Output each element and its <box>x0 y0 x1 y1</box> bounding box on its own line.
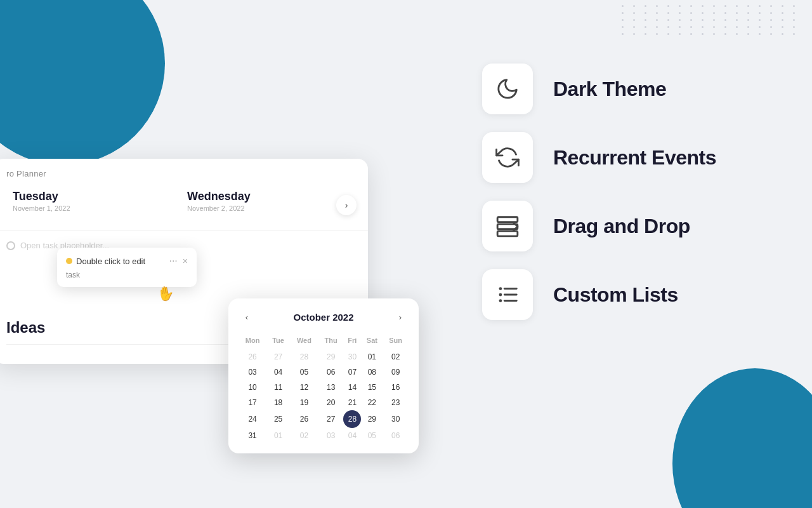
planner-header: ro Planner <box>0 159 368 185</box>
calendar-day[interactable]: 27 <box>318 410 343 428</box>
calendar-day[interactable]: 25 <box>266 410 290 428</box>
calendar-day[interactable]: 08 <box>361 364 383 380</box>
calendar-day[interactable]: 16 <box>383 380 409 395</box>
svg-point-4 <box>499 287 502 290</box>
planner-day-tuesday: Tuesday November 1, 2022 <box>6 185 181 217</box>
calendar-day[interactable]: 06 <box>383 428 409 443</box>
features-list: Dark Theme Recurrent Events <box>482 64 774 320</box>
list-icon <box>495 283 520 307</box>
calendar-day[interactable]: 19 <box>290 395 318 410</box>
cal-weekday-thu: Thu <box>318 334 343 349</box>
calendar-day[interactable]: 04 <box>266 364 290 380</box>
calendar-day[interactable]: 03 <box>239 364 266 380</box>
calendar-day[interactable]: 13 <box>318 380 343 395</box>
calendar-day[interactable]: 09 <box>383 364 409 380</box>
yellow-dot-icon <box>66 258 72 264</box>
stack-icon <box>495 214 520 238</box>
tuesday-date: November 1, 2022 <box>13 204 174 212</box>
dark-theme-label: Dark Theme <box>553 77 666 101</box>
calendar-day[interactable]: 14 <box>343 380 361 395</box>
cal-weekday-wed: Wed <box>290 334 318 349</box>
calendar-day[interactable]: 29 <box>361 410 383 428</box>
calendar-day[interactable]: 30 <box>383 410 409 428</box>
tooltip-more-button[interactable]: ··· <box>169 255 177 267</box>
calendar-day[interactable]: 20 <box>318 395 343 410</box>
moon-icon <box>495 77 520 101</box>
calendar-next-button[interactable]: › <box>392 309 409 325</box>
svg-rect-2 <box>497 231 518 236</box>
calendar-header: ‹ October 2022 › <box>239 309 409 325</box>
calendar-day[interactable]: 30 <box>343 349 361 364</box>
calendar-day[interactable]: 26 <box>290 410 318 428</box>
tooltip-title-text: Double click to edit <box>76 257 145 266</box>
calendar-grid: Mon Tue Wed Thu Fri Sat Sun 262728293001… <box>239 334 409 443</box>
cal-weekday-tue: Tue <box>266 334 290 349</box>
calendar-day[interactable]: 05 <box>290 364 318 380</box>
calendar-day[interactable]: 05 <box>361 428 383 443</box>
tooltip-close-button[interactable]: × <box>183 256 188 266</box>
calendar-day[interactable]: 02 <box>383 349 409 364</box>
task-tooltip: Double click to edit ··· × task <box>57 248 197 287</box>
calendar-day[interactable]: 29 <box>318 349 343 364</box>
calendar-day[interactable]: 12 <box>290 380 318 395</box>
calendar-day[interactable]: 06 <box>318 364 343 380</box>
calendar-day[interactable]: 01 <box>266 428 290 443</box>
calendar-day[interactable]: 24 <box>239 410 266 428</box>
wednesday-date: November 2, 2022 <box>187 204 349 212</box>
calendar-day[interactable]: 02 <box>290 428 318 443</box>
calendar-day[interactable]: 28 <box>290 349 318 364</box>
tooltip-actions: ··· × <box>169 255 188 267</box>
cal-weekday-fri: Fri <box>343 334 361 349</box>
cursor-hand-icon: ✋ <box>156 284 176 304</box>
calendar-day[interactable]: 26 <box>239 349 266 364</box>
task-circle <box>6 241 15 250</box>
calendar-day[interactable]: 17 <box>239 395 266 410</box>
tooltip-body: task <box>66 271 188 279</box>
tooltip-title: Double click to edit <box>66 257 145 266</box>
calendar-prev-button[interactable]: ‹ <box>239 309 255 325</box>
recurrent-events-label: Recurrent Events <box>553 146 716 170</box>
tooltip-header: Double click to edit ··· × <box>66 255 188 267</box>
calendar-day[interactable]: 21 <box>343 395 361 410</box>
cal-weekday-sat: Sat <box>361 334 383 349</box>
calendar-title: October 2022 <box>293 312 353 323</box>
calendar-popup[interactable]: ‹ October 2022 › Mon Tue Wed Thu Fri Sat… <box>228 298 419 453</box>
calendar-day[interactable]: 01 <box>361 349 383 364</box>
calendar-day[interactable]: 03 <box>318 428 343 443</box>
feature-item-recurrent-events: Recurrent Events <box>482 132 774 183</box>
calendar-day[interactable]: 04 <box>343 428 361 443</box>
calendar-day[interactable]: 18 <box>266 395 290 410</box>
right-panel: Dark Theme Recurrent Events <box>431 0 812 508</box>
cal-weekday-sun: Sun <box>383 334 409 349</box>
calendar-day[interactable]: 15 <box>361 380 383 395</box>
planner-divider <box>0 230 368 231</box>
calendar-day[interactable]: 11 <box>266 380 290 395</box>
cal-weekday-mon: Mon <box>239 334 266 349</box>
left-panel: ro Planner Tuesday November 1, 2022 Wedn… <box>0 0 431 508</box>
calendar-day[interactable]: 10 <box>239 380 266 395</box>
calendar-day[interactable]: 07 <box>343 364 361 380</box>
calendar-day[interactable]: 31 <box>239 428 266 443</box>
feature-item-custom-lists: Custom Lists <box>482 269 774 320</box>
calendar-day[interactable]: 27 <box>266 349 290 364</box>
wednesday-label: Wednesday <box>187 190 349 203</box>
planner-day-wednesday: Wednesday November 2, 2022 <box>181 185 355 217</box>
planner-nav-right[interactable]: › <box>336 195 357 215</box>
svg-rect-0 <box>497 217 518 222</box>
custom-lists-label: Custom Lists <box>553 283 678 307</box>
svg-point-6 <box>499 299 502 302</box>
drag-drop-icon-box <box>482 201 533 251</box>
recurrent-events-icon-box <box>482 132 533 183</box>
drag-drop-label: Drag and Drop <box>553 215 690 238</box>
calendar-day[interactable]: 28 <box>343 410 361 428</box>
calendar-day[interactable]: 22 <box>361 395 383 410</box>
svg-point-5 <box>499 293 502 297</box>
calendar-day[interactable]: 23 <box>383 395 409 410</box>
dark-theme-icon-box <box>482 64 533 114</box>
feature-item-drag-drop: Drag and Drop <box>482 201 774 251</box>
refresh-icon <box>495 145 520 170</box>
feature-item-dark-theme: Dark Theme <box>482 64 774 114</box>
tuesday-label: Tuesday <box>13 190 174 203</box>
custom-lists-icon-box <box>482 269 533 320</box>
